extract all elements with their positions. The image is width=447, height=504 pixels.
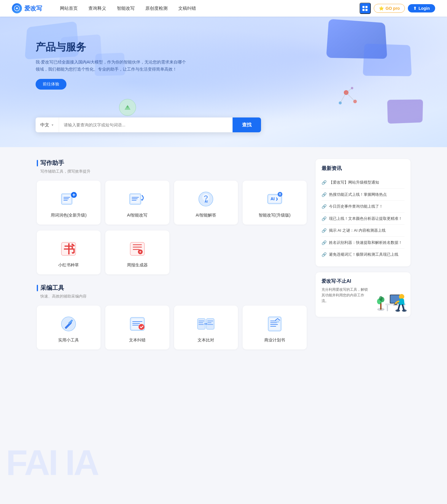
editing-tools-grid: 实用小工具 文本纠错 <box>37 306 307 349</box>
logo-icon <box>12 3 22 13</box>
svg-point-40 <box>379 296 383 301</box>
svg-point-49 <box>395 309 400 312</box>
svg-rect-31 <box>198 319 205 329</box>
card-xiaohongshu[interactable]: 书 小红书种草 <box>37 230 101 274</box>
svg-text:AI: AI <box>271 196 275 201</box>
search-input[interactable] <box>59 117 233 132</box>
news-text-0: 【爱改写】网站升级模型通知 <box>329 179 379 185</box>
business-plan-label: 商业计划书 <box>264 338 285 343</box>
main-content: 写作助手 写作辅助工具，撰写效率提升 用词润色(全新升级) <box>31 147 416 371</box>
link-icon-6: 🔗 <box>322 252 327 257</box>
news-item-4[interactable]: 🔗 揭示 AI 之谜：AI 内容检测器上线 <box>322 225 405 237</box>
search-button[interactable]: 查找 <box>233 117 261 132</box>
search-bar: 中文 ▼ 查找 <box>36 117 261 132</box>
text-correct-icon <box>128 314 147 333</box>
left-column: 写作助手 写作辅助工具，撰写效率提升 用词润色(全新升级) <box>37 159 307 359</box>
chevron-down-icon: ▼ <box>51 123 54 127</box>
go-pro-button[interactable]: ⭐ GO pro <box>374 4 405 13</box>
nav-rewrite[interactable]: 智能改写 <box>117 4 135 12</box>
link-icon-0: 🔗 <box>322 180 327 185</box>
editing-section-accent <box>37 285 38 291</box>
svg-rect-35 <box>276 320 279 323</box>
promo-title: 爱改写·不止AI <box>322 278 370 284</box>
utility-tools-icon <box>59 314 78 333</box>
card-text-correct[interactable]: 文本纠错 <box>105 306 169 349</box>
card-weekly-report[interactable]: 周报生成器 <box>105 230 169 274</box>
writing-tools-grid-row2: 书 小红书种草 周报生成器 <box>37 230 307 274</box>
nav-links: 网站首页 查询释义 智能改写 原创度检测 文稿纠错 <box>60 4 359 12</box>
nav-originality[interactable]: 原创度检测 <box>145 4 168 12</box>
writing-tools-subtitle: 写作辅助工具，撰写效率提升 <box>40 169 307 174</box>
grid-icon <box>362 6 368 11</box>
nav-actions: ⭐ GO pro ⬆ Login <box>359 3 435 14</box>
hero-subtitle: 我·爱改写已经全面接入国内AI大模型，作为你的智能伙伴，无论您的需求来自哪个领域… <box>36 59 190 73</box>
editing-tools-title: 采编工具 <box>40 284 64 292</box>
writing-tools-grid-row1: 用词润色(全新升级) AI智能改写 <box>37 181 307 225</box>
editing-tools-subtitle: 快速、高效的辅助采编内容 <box>40 294 307 299</box>
login-icon: ⬆ <box>413 6 417 11</box>
login-button[interactable]: ⬆ Login <box>408 4 435 12</box>
svg-rect-32 <box>206 319 214 329</box>
hero-cta-button[interactable]: 前往体验 <box>36 79 66 90</box>
news-item-3[interactable]: 🔗 现已上线！文本颜色分析器让提取更精准！ <box>322 213 405 225</box>
nav-query[interactable]: 查询释义 <box>88 4 106 12</box>
right-sidebar: 最新资讯 🔗 【爱改写】网站升级模型通知 🔗 热搜功能正式上线！掌握网络热点 🔗… <box>316 159 411 359</box>
nav-proofread[interactable]: 文稿纠错 <box>178 4 196 12</box>
nav-home[interactable]: 网站首页 <box>60 4 78 12</box>
news-item-6[interactable]: 🔗 避免违规词汇！极限词检测工具现已上线 <box>322 249 405 260</box>
link-icon-3: 🔗 <box>322 216 327 221</box>
svg-rect-47 <box>393 305 398 305</box>
news-item-2[interactable]: 🔗 今日历史事件查询功能上线了！ <box>322 201 405 213</box>
weekly-report-icon <box>128 239 147 258</box>
svg-rect-24 <box>130 242 144 255</box>
hero-section: 产品与服务 我·爱改写已经全面接入国内AI大模型，作为你的智能伙伴，无论您的需求… <box>0 17 447 147</box>
language-label: 中文 <box>40 122 49 128</box>
promo-subtitle: 充分利用爱改写的工具，解锁其功能并利用您的内容工作流。 <box>322 287 370 304</box>
news-item-1[interactable]: 🔗 热搜功能正式上线！掌握网络热点 <box>322 189 405 201</box>
promo-card: 爱改写·不止AI 充分利用爱改写的工具，解锁其功能并利用您的内容工作流。 <box>316 272 411 317</box>
link-icon-5: 🔗 <box>322 240 327 245</box>
news-title: 最新资讯 <box>322 165 405 172</box>
svg-text:书: 书 <box>64 243 75 255</box>
promo-illustration <box>375 278 405 311</box>
login-label: Login <box>419 6 430 11</box>
card-text-compare[interactable]: 文本比对 <box>174 306 238 349</box>
star-icon: ⭐ <box>379 6 384 11</box>
xiaohongshu-icon: 书 <box>59 239 78 258</box>
svg-point-30 <box>139 324 144 330</box>
word-polish-label: 用词润色(全新升级) <box>51 213 87 218</box>
link-icon-1: 🔗 <box>322 192 327 197</box>
smart-rewrite-icon: AI <box>265 190 284 209</box>
svg-line-6 <box>340 93 346 103</box>
hero-content: 产品与服务 我·爱改写已经全面接入国内AI大模型，作为你的智能伙伴，无论您的需求… <box>0 17 447 90</box>
card-ai-answer[interactable]: AI AI智能解答 <box>174 181 238 225</box>
news-card: 最新资讯 🔗 【爱改写】网站升级模型通知 🔗 热搜功能正式上线！掌握网络热点 🔗… <box>316 159 411 266</box>
smart-rewrite-label: 智能改写(升级版) <box>259 213 290 218</box>
card-word-polish[interactable]: 用词润色(全新升级) <box>37 181 101 225</box>
card-utility-tools[interactable]: 实用小工具 <box>37 306 101 349</box>
go-pro-label: GO pro <box>386 6 400 11</box>
svg-rect-34 <box>269 318 280 330</box>
word-polish-icon <box>59 190 78 209</box>
ai-answer-label: AI智能解答 <box>196 213 216 218</box>
apps-button[interactable] <box>359 3 371 14</box>
news-item-0[interactable]: 🔗 【爱改写】网站升级模型通知 <box>322 177 405 189</box>
link-icon-2: 🔗 <box>322 204 327 209</box>
xiaohongshu-label: 小红书种草 <box>58 263 79 268</box>
news-item-5[interactable]: 🔗 姓名识别利器：快速提取和解析姓名数据！ <box>322 237 405 249</box>
card-business-plan[interactable]: 商业计划书 <box>243 306 307 349</box>
promo-content: 爱改写·不止AI 充分利用爱改写的工具，解锁其功能并利用您的内容工作流。 <box>322 278 370 304</box>
card-smart-rewrite[interactable]: AI 智能改写(升级版) <box>243 181 307 225</box>
editing-tools-section: 采编工具 快速、高效的辅助采编内容 实用小工具 <box>37 284 307 349</box>
search-language-selector[interactable]: 中文 ▼ <box>36 117 59 132</box>
news-text-5: 姓名识别利器：快速提取和解析姓名数据！ <box>329 240 402 246</box>
news-text-1: 热搜功能正式上线！掌握网络热点 <box>329 192 387 198</box>
navbar: 爱改写 网站首页 查询释义 智能改写 原创度检测 文稿纠错 ⭐ GO pro ⬆… <box>0 0 447 17</box>
news-text-2: 今日历史事件查询功能上线了！ <box>329 203 383 209</box>
weekly-report-label: 周报生成器 <box>127 263 148 268</box>
ai-rewrite-icon <box>128 190 147 209</box>
news-text-3: 现已上线！文本颜色分析器让提取更精准！ <box>329 216 402 222</box>
logo-text: 爱改写 <box>24 4 42 12</box>
card-ai-rewrite[interactable]: AI智能改写 <box>105 181 169 225</box>
logo[interactable]: 爱改写 <box>12 3 42 13</box>
